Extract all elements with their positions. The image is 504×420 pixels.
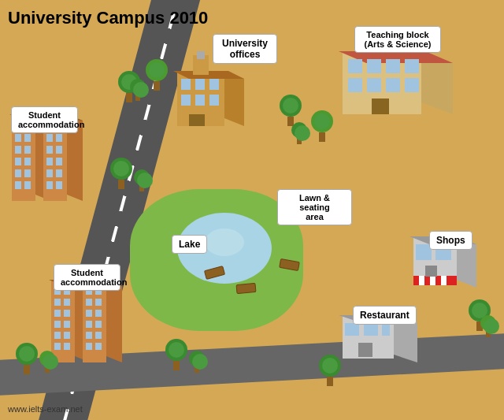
svg-rect-59 (54, 299, 61, 306)
svg-rect-92 (441, 276, 447, 285)
tree-13 (319, 355, 341, 386)
svg-rect-53 (56, 181, 62, 189)
tree-2 (146, 59, 168, 91)
label-lake: Lake (172, 235, 207, 254)
svg-rect-34 (24, 158, 31, 165)
svg-rect-89 (424, 276, 430, 285)
svg-rect-45 (56, 134, 62, 142)
svg-rect-36 (24, 169, 31, 177)
svg-rect-68 (64, 343, 70, 350)
svg-rect-64 (64, 321, 70, 328)
svg-rect-52 (46, 181, 53, 189)
tree-15 (480, 315, 496, 337)
svg-rect-17 (386, 59, 400, 73)
svg-rect-10 (209, 95, 219, 106)
svg-rect-48 (46, 158, 53, 165)
svg-rect-15 (348, 59, 362, 73)
svg-rect-35 (15, 169, 21, 177)
svg-rect-30 (24, 134, 31, 142)
svg-rect-101 (364, 323, 378, 336)
svg-rect-31 (15, 146, 21, 154)
svg-rect-9 (195, 95, 205, 106)
label-shops: Shops (429, 231, 472, 250)
svg-rect-78 (86, 321, 92, 328)
svg-rect-87 (413, 276, 419, 285)
svg-rect-83 (95, 343, 102, 350)
svg-rect-79 (95, 321, 102, 328)
label-student-top: Student accommodation (11, 106, 78, 133)
label-lawn-seating: Lawn & seating area (277, 189, 352, 225)
svg-rect-37 (15, 181, 21, 189)
university-offices-building (169, 51, 244, 141)
svg-rect-66 (64, 332, 70, 339)
svg-rect-60 (64, 299, 70, 306)
svg-rect-96 (425, 266, 437, 277)
tree-9 (16, 343, 38, 374)
label-university-offices: University offices (213, 34, 277, 64)
svg-rect-4 (197, 51, 205, 59)
tree-4 (280, 95, 302, 126)
svg-rect-88 (419, 276, 424, 285)
bench-3 (236, 284, 256, 293)
label-teaching-block: Teaching block (Arts & Science) (354, 26, 441, 53)
svg-rect-76 (86, 310, 92, 317)
svg-rect-33 (15, 158, 21, 165)
svg-rect-20 (367, 78, 381, 92)
svg-rect-67 (54, 343, 61, 350)
svg-rect-47 (56, 146, 62, 154)
svg-rect-77 (95, 310, 102, 317)
svg-rect-44 (46, 134, 53, 142)
label-restaurant: Restaurant (353, 306, 417, 325)
svg-marker-0 (224, 71, 244, 126)
svg-rect-49 (56, 158, 62, 165)
svg-rect-81 (95, 332, 102, 339)
svg-rect-93 (447, 276, 457, 285)
svg-rect-16 (367, 59, 381, 73)
svg-rect-6 (195, 79, 205, 90)
svg-rect-102 (382, 323, 390, 336)
tree-11 (165, 339, 187, 370)
svg-rect-19 (348, 78, 362, 92)
website-label: www.ielts-exam.net (8, 404, 83, 414)
svg-rect-74 (86, 299, 92, 306)
bench-2 (280, 260, 299, 269)
svg-rect-62 (64, 310, 70, 317)
svg-rect-100 (345, 323, 359, 336)
svg-rect-46 (46, 146, 53, 154)
svg-rect-29 (15, 134, 21, 142)
svg-marker-69 (106, 280, 122, 362)
svg-rect-8 (181, 95, 191, 106)
svg-rect-7 (209, 79, 219, 90)
svg-rect-5 (181, 79, 191, 90)
svg-rect-38 (24, 181, 31, 189)
svg-rect-103 (358, 343, 372, 357)
tree-3 (130, 79, 146, 101)
svg-rect-82 (86, 343, 92, 350)
svg-rect-32 (24, 146, 31, 154)
svg-rect-91 (435, 276, 441, 285)
campus-map: University Campus 2010 University office… (0, 0, 504, 420)
bench-1 (205, 268, 224, 277)
svg-rect-61 (54, 310, 61, 317)
svg-rect-90 (430, 276, 435, 285)
label-student-bottom: Student accommodation (54, 264, 120, 291)
svg-rect-63 (54, 321, 61, 328)
page-title: University Campus 2010 (8, 8, 208, 28)
tree-8 (134, 169, 150, 191)
tree-5 (311, 110, 333, 142)
svg-rect-51 (56, 169, 62, 177)
svg-rect-23 (372, 98, 389, 114)
tree-6 (291, 122, 307, 144)
svg-rect-18 (405, 59, 419, 73)
svg-rect-22 (405, 78, 419, 92)
svg-rect-50 (46, 169, 53, 177)
svg-rect-11 (189, 114, 205, 126)
svg-rect-80 (86, 332, 92, 339)
svg-rect-65 (54, 332, 61, 339)
svg-rect-21 (386, 78, 400, 92)
svg-rect-75 (95, 299, 102, 306)
tree-10 (39, 351, 55, 373)
tree-7 (110, 158, 132, 189)
tree-12 (189, 351, 205, 373)
